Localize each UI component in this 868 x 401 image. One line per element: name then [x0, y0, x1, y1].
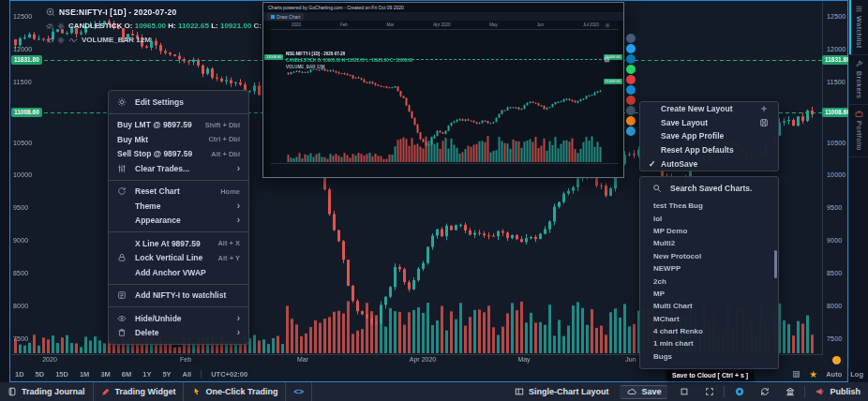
preview-tabbar: Draw Chart — [263, 12, 623, 21]
right-tab-strip: WatchlistBrokersPortfolio — [848, 0, 868, 367]
share-reddit-icon[interactable] — [626, 116, 636, 126]
preview-tab[interactable]: Draw Chart — [267, 13, 304, 21]
layout-icon — [515, 387, 524, 396]
side-tab-watchlist[interactable]: Watchlist — [849, 0, 868, 55]
share-whatsapp-icon[interactable] — [626, 65, 636, 74]
saved-charts-scrollbar[interactable] — [774, 250, 777, 278]
favorite-star-icon[interactable]: ★ — [809, 370, 817, 379]
layout-menu-save-layout[interactable]: Save Layout — [640, 116, 778, 130]
saved-chart-item[interactable]: New Protocol — [640, 250, 778, 262]
bank-button[interactable] — [777, 382, 802, 401]
saved-chart-item[interactable]: 1 min chart — [640, 337, 778, 349]
menu-item-sell-stop-9897-59[interactable]: Sell Stop @ 9897.59Alt + Dbl — [109, 147, 248, 162]
timeframe-5d[interactable]: 5D — [30, 370, 51, 379]
menu-item-delete[interactable]: Delete› — [109, 326, 248, 341]
menu-item-x-line-at-9897-59[interactable]: X Line At 9897.59Alt + X — [109, 236, 248, 251]
saved-chart-item[interactable]: MP — [640, 288, 778, 300]
share-telegram-icon[interactable] — [626, 85, 636, 95]
preview-date-tick: Mar — [387, 22, 395, 27]
auto-scale-toggle[interactable]: Auto — [826, 370, 842, 379]
layout-menu-autosave[interactable]: ✓AutoSave — [640, 156, 778, 171]
wave-icon — [68, 36, 78, 45]
preview-date-tick: Feb — [340, 22, 348, 27]
-button[interactable]: <> — [286, 382, 312, 401]
saved-chart-item[interactable]: Multi Chart — [640, 300, 778, 312]
preview-price-tag: 11008.60 — [264, 54, 283, 60]
saved-chart-item[interactable]: MChart — [640, 313, 778, 325]
timeframe-3m[interactable]: 3M — [95, 370, 115, 379]
side-tab-portfolio[interactable]: Portfolio — [849, 105, 868, 157]
timeframe-6m[interactable]: 6M — [116, 370, 137, 379]
saved-chart-item[interactable]: lol — [640, 212, 778, 224]
menu-item-reset-chart[interactable]: Reset ChartHome — [109, 185, 248, 200]
side-tab-brokers[interactable]: Brokers — [849, 55, 868, 105]
volume-settings-gear-icon[interactable] — [57, 37, 65, 44]
notification-dot[interactable] — [832, 356, 841, 364]
timeframe-all[interactable]: All — [177, 370, 198, 379]
menu-item-clear-trades[interactable]: Clear Trades...› — [109, 161, 248, 176]
saved-chart-item[interactable]: MP Demo — [640, 225, 778, 237]
share-messenger-icon[interactable] — [626, 126, 636, 136]
menu-item-label: Sell Stop @ 9897.59 — [117, 149, 211, 158]
share-linkedin-icon[interactable] — [626, 54, 636, 64]
timeframe-5y[interactable]: 5Y — [157, 370, 176, 379]
expand-button[interactable] — [696, 382, 722, 401]
saved-chart-item[interactable]: 4 chart Renko — [640, 325, 778, 337]
one-click-trading-button[interactable]: One-Click Trading — [184, 382, 286, 401]
saved-chart-item[interactable]: Multi2 — [640, 237, 778, 249]
camera-button[interactable] — [726, 382, 752, 401]
single-chart-layout-button[interactable]: Single-Chart Layout — [506, 382, 617, 401]
preview-price-tag: 11008.60 — [604, 79, 622, 84]
share-twitter-icon[interactable] — [626, 44, 636, 53]
zoom-symbol-icon[interactable] — [46, 7, 55, 17]
menu-item-edit-settings[interactable]: Edit Settings — [109, 95, 248, 110]
layout-menu-save-app-profile[interactable]: Save App Profile — [640, 129, 778, 143]
menu-item-add-nifty-i-to-watchlist[interactable]: Add NIFTY-I to watchlist — [109, 289, 248, 304]
preview-date-tick: 2020 — [292, 22, 301, 27]
eye-slash-icon[interactable] — [46, 37, 53, 44]
saved-chart-item[interactable]: Bugs — [640, 350, 778, 363]
saved-chart-item[interactable]: 2ch — [640, 275, 778, 287]
share-facebook-icon[interactable] — [626, 34, 636, 43]
menu-item-appearance[interactable]: Appearance› — [109, 214, 248, 229]
eye-slash-icon[interactable] — [46, 22, 53, 30]
timeframe-1y[interactable]: 1Y — [137, 370, 157, 379]
share-youtube-icon[interactable] — [626, 96, 636, 105]
series-settings-gear-icon[interactable] — [57, 22, 65, 30]
timeframe-1d[interactable]: 1D — [9, 370, 30, 379]
saved-chart-item[interactable]: NEWPP — [640, 262, 778, 275]
publish-button[interactable]: Publish — [807, 382, 868, 401]
preview-caption: Charts powered by GoCharting.com - Creat… — [263, 3, 623, 12]
grid-icon[interactable] — [792, 370, 801, 379]
divider — [804, 386, 805, 397]
preview-gear-icon — [605, 22, 610, 28]
timezone-label[interactable]: UTC+02:00 — [205, 370, 253, 379]
timeframe-1m[interactable]: 1M — [74, 370, 95, 379]
saved-chart-item[interactable]: test Thea Bug — [640, 200, 778, 212]
save-button[interactable]: Save — [620, 385, 667, 399]
share-email-icon[interactable] — [626, 106, 636, 115]
preview-body[interactable]: 2020FebMarApr 2020MayJunJul 2020 NSE:NIF… — [263, 21, 623, 177]
saved-charts-search[interactable]: Search Saved Charts. — [640, 177, 778, 200]
preview-date-tick: May — [489, 22, 498, 27]
square-button[interactable] — [671, 382, 696, 401]
menu-item-hide-unhide[interactable]: Hide/Unhide› — [109, 311, 248, 326]
timeframe-ranges: 1D5D15D1M3M6M1Y5YAll — [9, 370, 197, 379]
menu-item-add-anchor-vwap[interactable]: Add Anchor VWAP — [109, 265, 248, 280]
layout-menu-create-new-layout[interactable]: Create New Layout — [640, 102, 778, 116]
timeframe-15d[interactable]: 15D — [50, 370, 74, 379]
trading-widget-button[interactable]: Trading Widget — [94, 382, 185, 401]
menu-item-lock-vertical-line[interactable]: Lock Vertical LineAlt + Y — [109, 251, 248, 266]
menu-item-label: Add Anchor VWAP — [135, 268, 240, 277]
log-scale-toggle[interactable]: Log — [850, 370, 863, 379]
share-pinterest-icon[interactable] — [626, 75, 636, 84]
bottom-toolbar: Trading JournalTrading WidgetOne-Click T… — [0, 382, 868, 401]
button-label: Single-Chart Layout — [529, 387, 609, 396]
menu-item-buy-lmt-9897-59[interactable]: Buy LMT @ 9897.59Shift + Dbl — [109, 118, 248, 133]
menu-item-buy-mkt[interactable]: Buy MktCtrl + Dbl — [109, 132, 248, 147]
layout-menu-reset-app-defaults[interactable]: Reset App Defaults — [640, 143, 778, 157]
menu-item-theme[interactable]: Theme› — [109, 199, 248, 214]
sync-button[interactable] — [752, 382, 777, 401]
trading-journal-button[interactable]: Trading Journal — [0, 382, 94, 401]
search-label: Search Saved Charts. — [670, 184, 752, 193]
